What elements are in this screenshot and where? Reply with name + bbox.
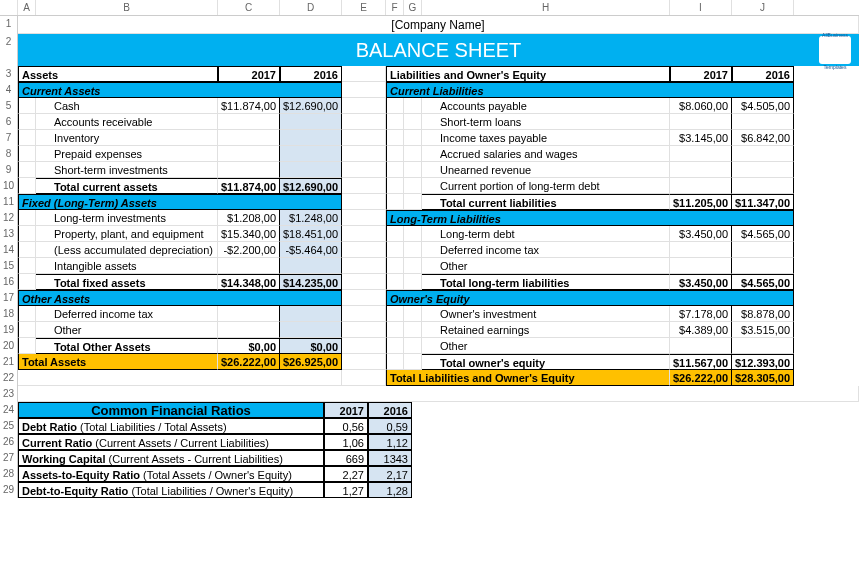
cash-2016[interactable]: $12.690,00 bbox=[280, 98, 342, 114]
inc-tax-label[interactable]: Income taxes payable bbox=[422, 130, 670, 146]
ate-2017[interactable]: 2,27 bbox=[324, 466, 368, 482]
current-liab-section[interactable]: Current Liabilities bbox=[386, 82, 794, 98]
col-header-D[interactable]: D bbox=[280, 0, 342, 15]
row-header[interactable]: 15 bbox=[0, 258, 18, 274]
col-header-C[interactable]: C bbox=[218, 0, 280, 15]
row-header[interactable]: 9 bbox=[0, 162, 18, 178]
cur-lt-label[interactable]: Current portion of long-term debt bbox=[422, 178, 670, 194]
total-cur-liab-2016[interactable]: $11.347,00 bbox=[732, 194, 794, 210]
row-header[interactable]: 28 bbox=[0, 466, 18, 482]
ret-earn-label[interactable]: Retained earnings bbox=[422, 322, 670, 338]
ret-earn-2016[interactable]: $3.515,00 bbox=[732, 322, 794, 338]
accrued-label[interactable]: Accrued salaries and wages bbox=[422, 146, 670, 162]
own-inv-label[interactable]: Owner's investment bbox=[422, 306, 670, 322]
row-header[interactable]: 17 bbox=[0, 290, 18, 306]
total-other-label[interactable]: Total Other Assets bbox=[36, 338, 218, 354]
ate-label[interactable]: Assets-to-Equity Ratio (Total Assets / O… bbox=[18, 466, 324, 482]
total-other-2016[interactable]: $0,00 bbox=[280, 338, 342, 354]
cash-2017[interactable]: $11.874,00 bbox=[218, 98, 280, 114]
total-lt-liab-2016[interactable]: $4.565,00 bbox=[732, 274, 794, 290]
total-assets-label[interactable]: Total Assets bbox=[18, 354, 218, 370]
liabilities-header[interactable]: Liabilities and Owner's Equity bbox=[386, 66, 670, 82]
row-header[interactable]: 1 bbox=[0, 16, 18, 34]
own-inv-2017[interactable]: $7.178,00 bbox=[670, 306, 732, 322]
ratio-year-2016[interactable]: 2016 bbox=[368, 402, 412, 418]
ap-2016[interactable]: $4.505,00 bbox=[732, 98, 794, 114]
row-header[interactable]: 4 bbox=[0, 82, 18, 98]
total-lt-liab-2017[interactable]: $3.450,00 bbox=[670, 274, 732, 290]
row-header[interactable]: 13 bbox=[0, 226, 18, 242]
total-fixed-2016[interactable]: $14.235,00 bbox=[280, 274, 342, 290]
col-header-E[interactable]: E bbox=[342, 0, 386, 15]
ratio-year-2017[interactable]: 2017 bbox=[324, 402, 368, 418]
year-2016-r[interactable]: 2016 bbox=[732, 66, 794, 82]
own-inv-2016[interactable]: $8.878,00 bbox=[732, 306, 794, 322]
total-liab-eq-label[interactable]: Total Liabilities and Owner's Equity bbox=[386, 370, 670, 386]
st-inv-label[interactable]: Short-term investments bbox=[36, 162, 218, 178]
current-assets-section[interactable]: Current Assets bbox=[18, 82, 342, 98]
ppe-2017[interactable]: $15.340,00 bbox=[218, 226, 280, 242]
total-current-assets-2017[interactable]: $11.874,00 bbox=[218, 178, 280, 194]
ppe-2016[interactable]: $18.451,00 bbox=[280, 226, 342, 242]
row-header[interactable]: 10 bbox=[0, 178, 18, 194]
row-header[interactable]: 16 bbox=[0, 274, 18, 290]
wc-label[interactable]: Working Capital (Current Assets - Curren… bbox=[18, 450, 324, 466]
wc-2017[interactable]: 669 bbox=[324, 450, 368, 466]
inc-tax-2017[interactable]: $3.145,00 bbox=[670, 130, 732, 146]
lt-inv-label[interactable]: Long-term investments bbox=[36, 210, 218, 226]
ap-2017[interactable]: $8.060,00 bbox=[670, 98, 732, 114]
lt-inv-2016[interactable]: $1.248,00 bbox=[280, 210, 342, 226]
current-ratio-label[interactable]: Current Ratio (Current Assets / Current … bbox=[18, 434, 324, 450]
owners-equity-section[interactable]: Owner's Equity bbox=[386, 290, 794, 306]
ar-label[interactable]: Accounts receivable bbox=[36, 114, 218, 130]
row-header[interactable]: 24 bbox=[0, 402, 18, 418]
ate-2016[interactable]: 2,17 bbox=[368, 466, 412, 482]
wc-2016[interactable]: 1343 bbox=[368, 450, 412, 466]
row-header[interactable]: 11 bbox=[0, 194, 18, 210]
row-header[interactable]: 23 bbox=[0, 386, 18, 402]
ppe-label[interactable]: Property, plant, and equipment bbox=[36, 226, 218, 242]
cash-label[interactable]: Cash bbox=[36, 98, 218, 114]
total-eq-2016[interactable]: $12.393,00 bbox=[732, 354, 794, 370]
def-tax-asset-label[interactable]: Deferred income tax bbox=[36, 306, 218, 322]
lt-debt-2016[interactable]: $4.565,00 bbox=[732, 226, 794, 242]
spreadsheet[interactable]: A B C D E F G H I J 1 [Company Name] 2 B… bbox=[0, 0, 859, 565]
col-header-I[interactable]: I bbox=[670, 0, 732, 15]
total-other-2017[interactable]: $0,00 bbox=[218, 338, 280, 354]
row-header[interactable]: 19 bbox=[0, 322, 18, 338]
current-ratio-2017[interactable]: 1,06 bbox=[324, 434, 368, 450]
row-header[interactable]: 29 bbox=[0, 482, 18, 498]
debt-ratio-2016[interactable]: 0,59 bbox=[368, 418, 412, 434]
row-header[interactable]: 25 bbox=[0, 418, 18, 434]
row-header[interactable]: 6 bbox=[0, 114, 18, 130]
total-eq-label[interactable]: Total owner's equity bbox=[422, 354, 670, 370]
total-current-assets-2016[interactable]: $12.690,00 bbox=[280, 178, 342, 194]
inc-tax-2016[interactable]: $6.842,00 bbox=[732, 130, 794, 146]
depr-label[interactable]: (Less accumulated depreciation) bbox=[36, 242, 218, 258]
row-header[interactable]: 12 bbox=[0, 210, 18, 226]
col-header-G[interactable]: G bbox=[404, 0, 422, 15]
col-header-H[interactable]: H bbox=[422, 0, 670, 15]
total-assets-2016[interactable]: $26.925,00 bbox=[280, 354, 342, 370]
row-header[interactable]: 14 bbox=[0, 242, 18, 258]
row-header[interactable]: 27 bbox=[0, 450, 18, 466]
intangible-label[interactable]: Intangible assets bbox=[36, 258, 218, 274]
lt-debt-2017[interactable]: $3.450,00 bbox=[670, 226, 732, 242]
unearned-label[interactable]: Unearned revenue bbox=[422, 162, 670, 178]
prepaid-label[interactable]: Prepaid expenses bbox=[36, 146, 218, 162]
col-header-B[interactable]: B bbox=[36, 0, 218, 15]
row-header[interactable]: 21 bbox=[0, 354, 18, 370]
row-header[interactable]: 7 bbox=[0, 130, 18, 146]
total-cur-liab-label[interactable]: Total current liabilities bbox=[422, 194, 670, 210]
row-header[interactable]: 5 bbox=[0, 98, 18, 114]
ap-label[interactable]: Accounts payable bbox=[422, 98, 670, 114]
row-header[interactable]: 3 bbox=[0, 66, 18, 82]
year-2016[interactable]: 2016 bbox=[280, 66, 342, 82]
inventory-label[interactable]: Inventory bbox=[36, 130, 218, 146]
current-ratio-2016[interactable]: 1,12 bbox=[368, 434, 412, 450]
row-header[interactable]: 20 bbox=[0, 338, 18, 354]
other-eq-label[interactable]: Other bbox=[422, 338, 670, 354]
ratios-title[interactable]: Common Financial Ratios bbox=[18, 402, 324, 418]
year-2017[interactable]: 2017 bbox=[218, 66, 280, 82]
total-liab-eq-2016[interactable]: $28.305,00 bbox=[732, 370, 794, 386]
